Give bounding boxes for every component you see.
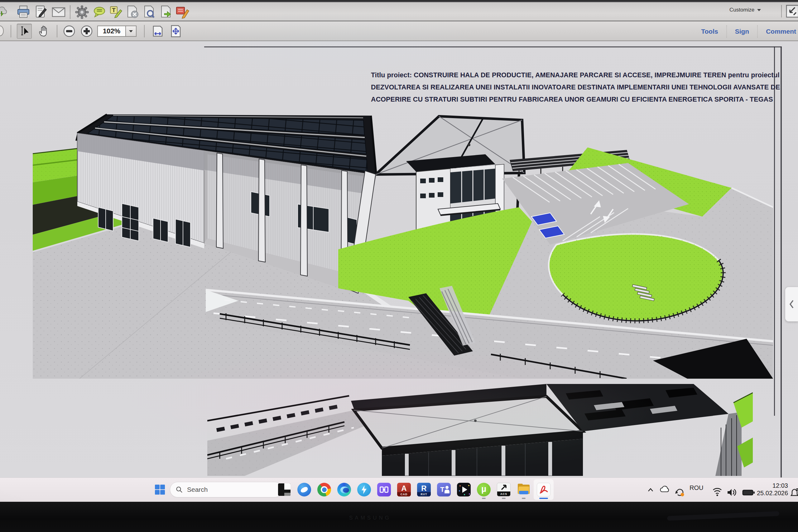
toolbar-separator — [70, 5, 71, 19]
tray-language[interactable]: ROU — [689, 484, 703, 492]
taskbar-app-contrast-square[interactable] — [274, 479, 294, 500]
project-title-line: DEZVOLTAREA SI REALIZAREA UNEI INSTALATI… — [371, 81, 780, 94]
taskbar-app-acrobat-reader[interactable] — [534, 479, 554, 500]
tray-volume[interactable] — [725, 479, 739, 500]
zoom-level-dropdown[interactable] — [126, 25, 136, 37]
export-document-icon[interactable] — [159, 5, 173, 20]
zoom-level-box[interactable]: 102% — [97, 25, 126, 37]
chevron-up-icon — [646, 479, 655, 500]
project-title-line: Titlu proiect: CONSTRUIRE HALA DE PRODUC… — [371, 69, 780, 81]
revit-letter: R — [421, 484, 426, 492]
secondary-3d-render — [207, 384, 753, 476]
print-icon[interactable] — [16, 5, 31, 20]
acrobat-logo-icon — [539, 485, 548, 494]
toolbar-separator — [781, 5, 782, 17]
taskbar-apps: A CAD R RVT T — [274, 479, 554, 500]
tray-notifications[interactable] — [788, 479, 798, 500]
taskbar-app-revit[interactable]: R RVT — [414, 479, 434, 500]
windows-logo-icon — [155, 484, 165, 495]
fill-and-sign-icon[interactable] — [34, 5, 48, 20]
search-icon — [176, 486, 183, 493]
gear-icon[interactable] — [75, 5, 89, 20]
speaker-icon — [725, 479, 739, 500]
tray-date: 25.02.2026 — [757, 489, 788, 497]
tray-clock[interactable]: 12:03 25.02.2026 — [757, 482, 788, 497]
chevron-left-icon — [788, 299, 795, 309]
battery-icon — [741, 479, 756, 500]
teams-letter: T — [440, 486, 444, 493]
taskbar-search[interactable]: Search — [170, 482, 283, 497]
customize-menu[interactable]: Customize — [729, 7, 761, 13]
utorrent-letter: µ — [481, 484, 486, 493]
toolbar-separator — [11, 25, 11, 37]
hand-tool[interactable] — [36, 24, 51, 39]
language-label: ROU — [689, 484, 703, 492]
zoom-in-button[interactable] — [80, 24, 94, 38]
read-mode-icon[interactable] — [785, 4, 798, 18]
taskbar-app-media-player[interactable] — [454, 479, 474, 500]
wifi-icon — [711, 479, 724, 500]
tab-sign[interactable]: Sign — [727, 28, 758, 35]
autocad-letter: A — [401, 484, 406, 492]
tab-comment[interactable]: Comment — [758, 28, 798, 35]
start-button[interactable] — [153, 483, 167, 496]
taskbar-app-autocad[interactable]: A CAD — [394, 479, 414, 500]
svg-text:T: T — [112, 7, 116, 13]
chevron-down-icon — [757, 8, 761, 12]
tray-update[interactable] — [673, 479, 686, 500]
taskbar-app-thunderbird[interactable] — [294, 479, 314, 500]
monitor-screen: T Customize — [0, 0, 798, 532]
cloud-icon — [658, 479, 671, 500]
taskbar-app-acs[interactable]: ACS — [494, 479, 514, 500]
running-indicator — [482, 498, 486, 499]
autocad-badge: CAD — [397, 492, 411, 496]
project-title: Titlu proiect: CONSTRUIRE HALA DE PRODUC… — [371, 69, 780, 106]
active-indicator — [539, 498, 548, 499]
taskbar-app-teams[interactable]: T — [434, 479, 454, 500]
delete-pages-icon[interactable] — [125, 5, 140, 20]
partial-icon[interactable] — [0, 25, 4, 36]
tray-onedrive[interactable] — [658, 479, 671, 500]
sync-icon — [673, 479, 686, 500]
monitor-brand: SAMSUNG — [349, 515, 391, 521]
taskbar-app-utorrent[interactable]: µ — [474, 479, 494, 500]
cloud-upload-icon[interactable] — [0, 5, 9, 19]
taskbar-app-lightning[interactable] — [354, 479, 374, 500]
window-top-edge — [0, 0, 798, 2]
notification-bell-icon — [788, 479, 798, 500]
tray-chevron-up[interactable] — [646, 479, 655, 500]
sticky-note-edit-icon[interactable] — [174, 5, 190, 20]
diagonal-arrow-icon — [501, 484, 508, 491]
panel-tabs: Tools Sign Comment — [693, 24, 798, 39]
customize-label: Customize — [729, 7, 754, 13]
taskbar-app-screen-capture[interactable] — [374, 479, 394, 500]
chevron-down-icon — [129, 30, 133, 33]
acs-badge: ACS — [497, 492, 510, 496]
project-title-line: ACOPERIRE CU STRATURI SUBTIRI PENTRU FAB… — [371, 94, 780, 106]
running-indicator — [502, 498, 506, 499]
acrobat-toolbar-page: 102% Tools Sign Comment — [0, 21, 798, 41]
pdf-page: Titlu proiect: CONSTRUIRE HALA DE PRODUC… — [0, 41, 798, 477]
comment-bubble-icon[interactable] — [92, 5, 107, 19]
taskbar-app-edge[interactable] — [334, 479, 354, 500]
email-icon[interactable] — [51, 6, 66, 18]
tray-battery[interactable] — [741, 479, 756, 500]
tray-wifi[interactable] — [711, 479, 724, 500]
fit-page-button[interactable] — [168, 24, 183, 39]
tray-time: 12:03 — [757, 482, 788, 489]
tab-tools[interactable]: Tools — [693, 28, 726, 35]
zoom-out-button[interactable] — [62, 24, 76, 38]
taskbar-app-chrome[interactable] — [314, 479, 334, 500]
drawing-frame-line — [781, 46, 782, 477]
toolbar-separator — [144, 25, 145, 37]
main-3d-render — [33, 114, 773, 379]
acrobat-toolbar-main: T — [0, 2, 798, 21]
panel-collapse-tab[interactable] — [785, 287, 798, 322]
drawing-frame-line — [204, 46, 781, 48]
select-tool[interactable] — [17, 24, 32, 39]
search-document-icon[interactable] — [142, 5, 156, 20]
taskbar-app-file-explorer[interactable] — [514, 479, 534, 500]
revit-badge: RVT — [417, 492, 431, 496]
fit-width-button[interactable] — [150, 24, 165, 39]
text-annotation-icon[interactable]: T — [109, 5, 124, 20]
